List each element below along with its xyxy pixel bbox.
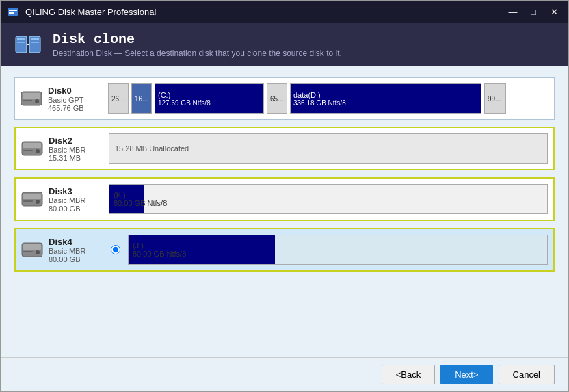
page-header: Disk clone Destination Disk — Select a d… [1,23,568,66]
svg-rect-18 [23,194,41,199]
back-button[interactable]: <Back [382,365,436,384]
svg-point-15 [36,149,40,153]
svg-rect-1 [9,10,17,11]
disk0-part5: data(D:) 336.18 GB Ntfs/8 [290,83,481,114]
disk0-name: Disk0 [48,86,103,96]
disk2-name: Disk2 [49,135,103,146]
disk0-info: Disk0 Basic GPT 465.76 GB [48,86,103,112]
disk-row-disk0[interactable]: Disk0 Basic GPT 465.76 GB 26... 16... (C… [14,77,555,120]
svg-rect-0 [8,8,18,16]
svg-point-23 [36,250,40,254]
cancel-button[interactable]: Cancel [499,365,555,384]
footer: <Back Next> Cancel [1,357,568,391]
disk0-part1: 26... [108,83,129,114]
page-subtitle: Destination Disk — Select a destination … [53,49,342,58]
svg-rect-10 [23,93,40,99]
svg-point-11 [35,99,39,103]
disk-row-disk4[interactable]: Disk4 Basic MBR 80.00 GB (J:) 80.00 GB N… [14,228,555,272]
disk2-type: Basic MBR [49,146,103,154]
disk4-radio-area [109,245,122,254]
disk-row-disk3[interactable]: Disk3 Basic MBR 80.00 GB (K:) 80.00 GB N… [14,177,555,221]
disk2-size: 15.31 MB [49,154,103,162]
disk0-part4: 65... [267,83,287,114]
maximize-button[interactable]: □ [525,5,542,18]
disk4-name: Disk4 [49,237,103,247]
disk4-drive-size: 80.00 GB Ntfs/8 [133,250,543,258]
next-button[interactable]: Next> [440,365,492,384]
disk0-size: 465.76 GB [48,104,103,112]
svg-rect-16 [23,150,33,151]
disk2-partitions: 15.28 MB Unallocated [109,132,548,165]
svg-rect-5 [17,42,25,43]
svg-rect-14 [23,143,41,148]
disk3-type: Basic MBR [49,196,103,205]
disk0-partitions: 26... 16... (C:) 127.69 GB Ntfs/8 65... … [108,82,548,115]
svg-rect-24 [23,251,33,252]
disk0-type: Basic GPT [48,96,103,104]
svg-rect-7 [31,38,39,40]
disk3-info: Disk3 Basic MBR 80.00 GB [49,186,103,213]
svg-rect-20 [23,200,33,202]
minimize-button[interactable]: — [504,5,522,18]
disk-row-disk2[interactable]: Disk2 Basic MBR 15.31 MB 15.28 MB Unallo… [14,127,555,170]
svg-rect-22 [23,244,41,250]
window-title: QILING Disk Master Professional [25,7,504,17]
svg-rect-8 [31,42,39,43]
hdd-icon-disk2 [21,139,43,158]
disk4-bar: (J:) 80.00 GB Ntfs/8 [128,235,548,265]
title-bar: QILING Disk Master Professional — □ ✕ [1,1,568,23]
disk4-size: 80.00 GB [49,255,103,263]
app-icon [6,5,20,18]
disk4-partitions: (J:) 80.00 GB Ntfs/8 [128,233,548,266]
hdd-icon-disk3 [21,190,43,209]
disk3-drive-label: (K:) [114,191,543,199]
disk4-drive-label: (J:) [133,241,543,250]
page-title: Disk clone [53,31,342,47]
disk2-info: Disk2 Basic MBR 15.31 MB [49,135,103,162]
disk-clone-icon [14,31,42,58]
svg-rect-4 [17,38,25,40]
hdd-icon-disk0 [21,89,42,108]
disk4-type: Basic MBR [49,247,103,255]
disk0-part6: 99... [484,83,506,114]
disk4-info: Disk4 Basic MBR 80.00 GB [49,237,103,263]
close-button[interactable]: ✕ [545,5,563,18]
disk3-size: 80.00 GB [49,205,103,213]
hdd-icon-disk4 [21,240,43,259]
disk3-partitions: (K:) 80.00 GB Ntfs/8 [109,183,548,215]
disk0-part2: 16... [131,83,152,114]
main-window: QILING Disk Master Professional — □ ✕ Di… [0,0,569,392]
disk3-drive-size: 80.00 GB Ntfs/8 [114,199,543,207]
disk3-name: Disk3 [49,186,103,196]
disk4-radio[interactable] [111,245,120,254]
disk2-unallocated: 15.28 MB Unallocated [109,133,548,164]
svg-rect-2 [9,12,14,14]
window-controls: — □ ✕ [504,5,563,18]
disk0-part3: (C:) 127.69 GB Ntfs/8 [155,83,264,114]
disk-list: Disk0 Basic GPT 465.76 GB 26... 16... (C… [1,66,568,357]
disk3-bar: (K:) 80.00 GB Ntfs/8 [109,184,548,214]
svg-rect-12 [23,100,32,101]
svg-point-19 [36,200,40,204]
header-text: Disk clone Destination Disk — Select a d… [53,31,342,58]
